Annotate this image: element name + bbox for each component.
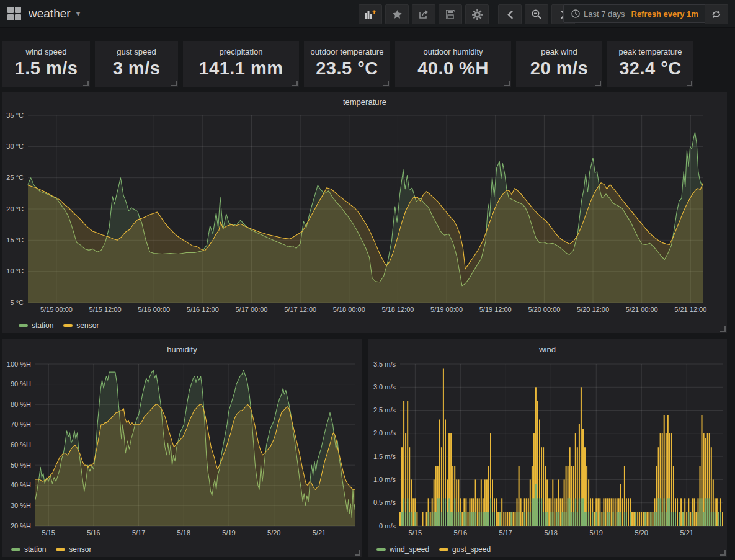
zoom-out-button[interactable]	[525, 4, 548, 24]
series-swatch	[439, 548, 448, 551]
legend-item-station[interactable]: station	[19, 321, 53, 330]
humidity-panel-title[interactable]: humidity	[2, 339, 362, 354]
stat-title[interactable]: precipitation	[183, 41, 299, 56]
legend-item-sensor[interactable]: sensor	[63, 321, 99, 330]
svg-text:25 °C: 25 °C	[6, 174, 24, 181]
series-swatch	[11, 548, 20, 551]
panel-resize-handle[interactable]	[687, 81, 692, 86]
svg-text:15 °C: 15 °C	[6, 236, 24, 244]
star-icon	[393, 10, 402, 19]
share-icon	[419, 10, 429, 19]
stat-value: 40.0 %H	[395, 58, 511, 79]
add-panel-button[interactable]	[359, 4, 382, 24]
svg-text:5/17 12:00: 5/17 12:00	[284, 306, 316, 313]
save-button[interactable]	[439, 4, 462, 24]
panel-resize-handle[interactable]	[355, 550, 360, 556]
legend-item-sensor[interactable]: sensor	[56, 545, 91, 554]
share-button[interactable]	[412, 4, 435, 24]
svg-text:5/19 12:00: 5/19 12:00	[479, 306, 512, 313]
time-picker[interactable]: Last 7 days Refresh every 1m	[563, 4, 706, 23]
series-label: wind_speed	[390, 545, 429, 554]
svg-text:5/19: 5/19	[222, 529, 235, 536]
stat-title[interactable]: wind speed	[2, 41, 90, 56]
stat-title[interactable]: peak temperature	[607, 41, 693, 56]
panel-resize-handle[interactable]	[504, 81, 510, 86]
svg-text:30 %H: 30 %H	[11, 502, 31, 509]
zoom-out-icon	[532, 9, 541, 19]
stat-title[interactable]: outdoor temperature	[304, 41, 390, 56]
star-button[interactable]	[385, 4, 409, 24]
svg-text:3.5 m/s: 3.5 m/s	[373, 360, 396, 368]
add-panel-icon	[365, 10, 376, 19]
wind-panel-title[interactable]: wind	[368, 339, 727, 354]
legend-item-station[interactable]: station	[11, 545, 46, 554]
series-label: sensor	[76, 321, 99, 330]
series-swatch	[63, 324, 73, 327]
humidity-legend: station sensor	[11, 545, 91, 554]
svg-text:5/21 00:00: 5/21 00:00	[626, 306, 658, 313]
wind-chart[interactable]: 0 m/s0.5 m/s1.0 m/s1.5 m/s2.0 m/s2.5 m/s…	[368, 354, 727, 540]
dashboard-title-dropdown[interactable]: weather ▼	[29, 7, 82, 20]
stat-title[interactable]: outdoor humidity	[395, 41, 511, 56]
panel-resize-handle[interactable]	[383, 81, 389, 86]
panel-resize-handle[interactable]	[720, 550, 726, 556]
navbar: weather ▼	[0, 0, 735, 28]
svg-text:100 %H: 100 %H	[7, 360, 31, 368]
stat-value: 32.4 °C	[607, 58, 693, 79]
svg-text:5/21: 5/21	[313, 529, 326, 536]
chevron-down-icon: ▼	[75, 10, 82, 17]
stat-value: 3 m/s	[95, 58, 178, 79]
temperature-panel-title[interactable]: temperature	[2, 92, 727, 107]
svg-text:5/18: 5/18	[545, 529, 558, 536]
panel-resize-handle[interactable]	[720, 326, 726, 332]
legend-item-wind-speed[interactable]: wind_speed	[376, 545, 429, 554]
stat-value: 1.5 m/s	[2, 58, 90, 79]
panel-resize-handle[interactable]	[292, 81, 298, 86]
series-swatch	[56, 548, 65, 551]
series-swatch	[19, 324, 28, 327]
humidity-chart[interactable]: 20 %H30 %H40 %H50 %H60 %H70 %H80 %H90 %H…	[2, 354, 362, 540]
svg-text:70 %H: 70 %H	[11, 420, 31, 428]
series-swatch	[376, 548, 386, 551]
refresh-button[interactable]	[705, 4, 728, 24]
series-label: station	[32, 321, 53, 330]
stat-title[interactable]: gust speed	[95, 41, 178, 56]
wind-legend: wind_speed gust_speed	[376, 545, 491, 554]
series-label: gust_speed	[452, 545, 491, 554]
svg-text:40 %H: 40 %H	[11, 481, 31, 489]
settings-button[interactable]	[465, 4, 489, 24]
panel-resize-handle[interactable]	[595, 81, 601, 86]
svg-text:90 %H: 90 %H	[11, 380, 31, 388]
svg-text:5/15: 5/15	[409, 529, 422, 536]
clock-icon	[571, 9, 580, 18]
svg-text:5/20: 5/20	[635, 529, 648, 536]
time-back-button[interactable]	[498, 4, 522, 24]
temperature-legend: station sensor	[19, 321, 99, 330]
stat-panel-peak-wind: peak wind 20 m/s	[516, 41, 602, 87]
grafana-apps-icon[interactable]	[7, 7, 21, 20]
svg-text:2.5 m/s: 2.5 m/s	[373, 406, 396, 414]
svg-text:5/16 12:00: 5/16 12:00	[187, 306, 219, 313]
svg-text:5/15 00:00: 5/15 00:00	[40, 306, 73, 313]
svg-text:5/16 00:00: 5/16 00:00	[138, 306, 170, 313]
svg-text:20 °C: 20 °C	[6, 205, 24, 213]
stat-panel-gust-speed: gust speed 3 m/s	[95, 41, 178, 87]
stat-value: 23.5 °C	[304, 58, 390, 79]
refresh-interval-label: Refresh every 1m	[631, 9, 698, 19]
temperature-chart[interactable]: 5 °C10 °C15 °C20 °C25 °C30 °C35 °C5/15 0…	[2, 107, 727, 315]
stat-title[interactable]: peak wind	[516, 41, 602, 56]
panel-resize-handle[interactable]	[83, 81, 89, 86]
wind-panel: wind 0 m/s0.5 m/s1.0 m/s1.5 m/s2.0 m/s2.…	[368, 339, 727, 557]
panel-resize-handle[interactable]	[171, 81, 177, 86]
stat-panel-outdoor-temperature: outdoor temperature 23.5 °C	[304, 41, 390, 87]
svg-text:20 %H: 20 %H	[11, 522, 31, 530]
legend-item-gust-speed[interactable]: gust_speed	[439, 545, 491, 554]
svg-text:5/15 12:00: 5/15 12:00	[89, 306, 122, 313]
humidity-panel: humidity 20 %H30 %H40 %H50 %H60 %H70 %H8…	[2, 339, 362, 557]
svg-text:0 m/s: 0 m/s	[379, 522, 396, 530]
stat-panel-outdoor-humidity: outdoor humidity 40.0 %H	[395, 41, 511, 87]
svg-text:1.0 m/s: 1.0 m/s	[373, 476, 396, 483]
svg-text:5/17: 5/17	[132, 529, 145, 536]
stat-value: 20 m/s	[516, 58, 602, 79]
save-icon	[446, 10, 455, 19]
